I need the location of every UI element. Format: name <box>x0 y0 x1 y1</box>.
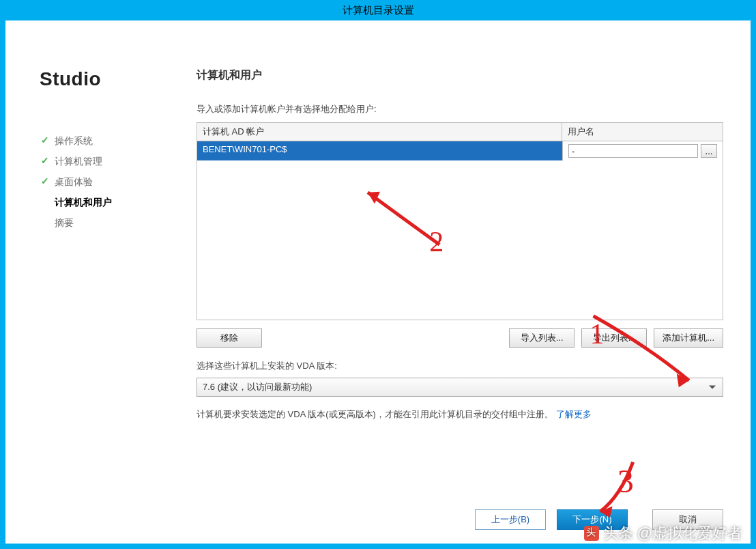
learn-more-link[interactable]: 了解更多 <box>556 409 592 419</box>
page-title: 计算机和用户 <box>197 68 723 83</box>
import-list-button[interactable]: 导入列表... <box>509 328 575 348</box>
remove-button[interactable]: 移除 <box>197 328 262 348</box>
window-title: 计算机目录设置 <box>5 0 751 20</box>
step-summary[interactable]: 摘要 <box>40 213 197 234</box>
export-list-button[interactable]: 导出列表... <box>581 328 647 348</box>
brand-label: Studio <box>40 68 197 90</box>
add-computer-button[interactable]: 添加计算机... <box>654 328 723 348</box>
step-machine[interactable]: 计算机管理 <box>40 152 197 172</box>
next-button[interactable]: 下一步(N) <box>557 509 628 530</box>
vda-label: 选择这些计算机上安装的 VDA 版本: <box>197 360 723 372</box>
step-computers[interactable]: 计算机和用户 <box>40 193 197 213</box>
column-header-account[interactable]: 计算机 AD 帐户 <box>197 123 562 141</box>
wizard-content: 计算机和用户 导入或添加计算机帐户并有选择地分配给用户: 计算机 AD 帐户 用… <box>197 68 723 530</box>
browse-user-button[interactable]: ... <box>701 144 717 158</box>
table-row[interactable]: BENET\WIN701-PC$ ... <box>197 141 723 160</box>
back-button[interactable]: 上一步(B) <box>475 509 546 530</box>
user-input[interactable] <box>568 144 698 158</box>
cancel-button[interactable]: 取消 <box>652 509 723 530</box>
step-os[interactable]: 操作系统 <box>40 131 197 152</box>
wizard-sidebar: Studio 操作系统 计算机管理 桌面体验 计算机和用户 摘要 <box>40 68 197 530</box>
cell-account: BENET\WIN701-PC$ <box>197 141 562 160</box>
vda-note: 计算机要求安装选定的 VDA 版本(或更高版本)，才能在引用此计算机目录的交付组… <box>197 408 723 421</box>
column-header-user[interactable]: 用户名 <box>562 123 723 141</box>
step-desktop[interactable]: 桌面体验 <box>40 172 197 193</box>
instruction-text: 导入或添加计算机帐户并有选择地分配给用户: <box>197 103 723 115</box>
vda-version-select[interactable]: 7.6 (建议，以访问最新功能) <box>197 378 723 397</box>
accounts-grid: 计算机 AD 帐户 用户名 BENET\WIN701-PC$ ... <box>197 122 723 320</box>
wizard-steps: 操作系统 计算机管理 桌面体验 计算机和用户 摘要 <box>40 131 197 234</box>
